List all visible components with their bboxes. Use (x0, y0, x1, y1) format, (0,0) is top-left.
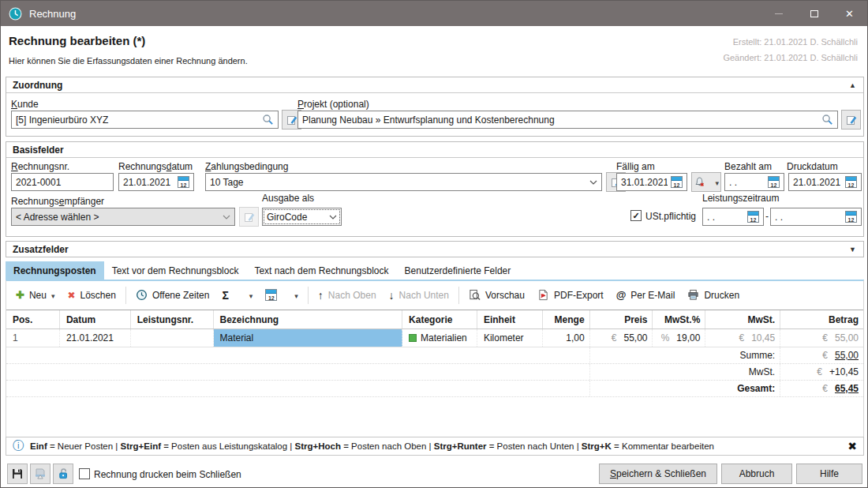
print-on-close-checkbox[interactable] (79, 468, 90, 479)
ausgabe-combo[interactable]: GiroCode (262, 208, 342, 226)
summe-button[interactable] (215, 289, 259, 302)
app-clock-icon (9, 7, 22, 21)
sigma-icon (222, 289, 228, 302)
faellig-input[interactable]: 31.01.2021 (616, 173, 687, 191)
calendar-icon[interactable] (671, 176, 683, 188)
rechnungsdatum-input[interactable]: 21.01.2021 (118, 173, 194, 191)
edit-icon (286, 114, 298, 126)
search-icon[interactable] (821, 114, 833, 126)
empfaenger-edit-button (239, 207, 259, 227)
zahlungsbedingung-combo[interactable]: 10 Tage (205, 173, 602, 191)
cell-mwst[interactable]: €10,45 (705, 329, 780, 347)
col-preis[interactable]: Preis (590, 310, 653, 328)
cell-bezeichnung-selected[interactable]: Material (214, 329, 403, 347)
bezahlt-input[interactable]: . . (724, 173, 784, 191)
hint-close-icon[interactable] (847, 440, 857, 452)
bezahlt-label: Bezahlt am (724, 161, 772, 172)
datum-setzen-button[interactable] (259, 289, 305, 301)
minimize-icon (775, 13, 783, 14)
cell-datum[interactable]: 21.01.2021 (60, 329, 131, 347)
gesamt-value: €65,45 (780, 381, 863, 396)
tab-benutzerdefinierte-felder[interactable]: Benutzerdefinierte Felder (397, 261, 519, 280)
col-pos[interactable]: Pos. (6, 310, 60, 328)
collapse-down-icon[interactable] (849, 246, 856, 253)
table-header[interactable]: Pos. Datum Leistungsnr. Bezeichnung Kate… (6, 310, 863, 329)
calendar-icon[interactable] (747, 211, 759, 223)
group-basisfelder-title: Basisfelder (6, 142, 863, 158)
chevron-down-icon[interactable] (329, 215, 337, 220)
projekt-edit-button[interactable] (841, 110, 861, 130)
offene-zeiten-button[interactable]: Offene Zeiten (129, 289, 216, 301)
neu-button[interactable]: Neu (9, 289, 61, 301)
loeschen-button[interactable]: Löschen (61, 290, 122, 301)
summary-row-summe: Summe: €55,00 (6, 347, 863, 364)
druckdatum-input[interactable]: 21.01.2021 (788, 173, 862, 191)
tab-text-nach[interactable]: Text nach dem Rechnungsblock (246, 261, 396, 280)
tab-text-vor[interactable]: Text vor dem Rechnungsblock (104, 261, 247, 280)
hilfe-button[interactable]: Hilfe (796, 464, 862, 484)
cell-einheit[interactable]: Kilometer (477, 329, 543, 347)
table-row[interactable]: 1 21.01.2021 Material Materialien Kilome… (6, 329, 863, 347)
collapse-up-icon[interactable] (849, 81, 856, 89)
chevron-down-icon[interactable] (589, 180, 597, 185)
mwst-value: €+10,45 (780, 364, 863, 380)
col-bezeichnung[interactable]: Bezeichnung (214, 310, 403, 328)
faellig-label: Fällig am (616, 161, 655, 172)
reminder-button[interactable] (691, 172, 721, 192)
cell-mwst-pct[interactable]: %19,00 (653, 329, 705, 347)
col-menge[interactable]: Menge (543, 310, 590, 328)
save-close-button[interactable]: Speichern & Schließen (599, 464, 717, 484)
tab-bar: Rechnungsposten Text vor dem Rechnungsbl… (6, 261, 518, 280)
col-mwst[interactable]: MwSt. (705, 310, 780, 328)
projekt-input[interactable]: Planung Neubau » Entwurfsplanung und Kos… (297, 111, 838, 129)
col-betrag[interactable]: Betrag (780, 310, 863, 328)
summary-row-gesamt: Gesamt: €65,45 (6, 381, 863, 397)
save-button[interactable] (7, 464, 28, 484)
maximize-icon (810, 10, 818, 17)
calendar-icon[interactable] (845, 176, 857, 188)
cell-leistungsnr[interactable] (131, 329, 214, 347)
dropdown-icon[interactable] (294, 290, 298, 301)
col-mwst-pct[interactable]: MwSt.% (653, 310, 705, 328)
tab-rechnungsposten[interactable]: Rechnungsposten (6, 261, 104, 280)
dropdown-icon[interactable] (715, 177, 719, 188)
projekt-label: Projekt (optional) (297, 99, 369, 110)
leistungszeitraum-von-input[interactable]: . . (702, 208, 764, 226)
dropdown-icon[interactable] (51, 290, 55, 301)
titlebar[interactable]: Rechnung (1, 1, 867, 26)
cell-preis[interactable]: €55,00 (590, 329, 653, 347)
cell-pos[interactable]: 1 (6, 329, 60, 347)
search-icon[interactable] (262, 114, 274, 126)
zahlungsbedingung-label: Zahlungsbedingung (205, 161, 288, 172)
col-leistungsnr[interactable]: Leistungsnr. (131, 310, 214, 328)
group-basisfelder: Basisfelder Rechnungsnr. Rechnungsdatum … (6, 141, 864, 237)
printer-icon (687, 289, 699, 301)
col-einheit[interactable]: Einheit (477, 310, 543, 328)
close-button[interactable] (832, 1, 867, 26)
col-datum[interactable]: Datum (60, 310, 131, 328)
calendar-icon[interactable] (845, 211, 857, 223)
abbruch-button[interactable]: Abbruch (721, 464, 792, 484)
posten-toolbar: Neu Löschen Offene Zeiten Nach Oben Nach… (6, 280, 863, 310)
calendar-icon[interactable] (768, 176, 780, 188)
vorschau-button[interactable]: Vorschau (462, 289, 531, 301)
leistungszeitraum-bis-input[interactable]: . . (770, 208, 862, 226)
dropdown-icon[interactable] (249, 290, 253, 301)
drucken-button[interactable]: Drucken (681, 289, 746, 301)
cell-kategorie[interactable]: Materialien (402, 329, 477, 347)
cell-menge[interactable]: 1,00 (543, 329, 590, 347)
cell-betrag[interactable]: €55,00 (780, 329, 863, 347)
empfaenger-combo[interactable]: < Adresse wählen > (11, 208, 235, 226)
lock-button[interactable] (53, 464, 73, 484)
calendar-icon[interactable] (178, 176, 189, 188)
minimize-button[interactable] (761, 1, 796, 26)
rechnungsnr-input[interactable]: 2021-0001 (11, 173, 114, 191)
per-email-button[interactable]: Per E-Mail (610, 289, 682, 301)
maximize-button[interactable] (796, 1, 832, 26)
kunde-input[interactable]: [5] Ingenieurbüro XYZ (11, 111, 279, 129)
col-kategorie[interactable]: Kategorie (402, 310, 477, 328)
close-icon (845, 8, 854, 20)
ust-checkbox[interactable] (630, 210, 642, 221)
pdf-export-button[interactable]: PDF-Export (531, 289, 610, 301)
group-zusatzfelder[interactable]: Zusatzfelder (6, 241, 864, 257)
